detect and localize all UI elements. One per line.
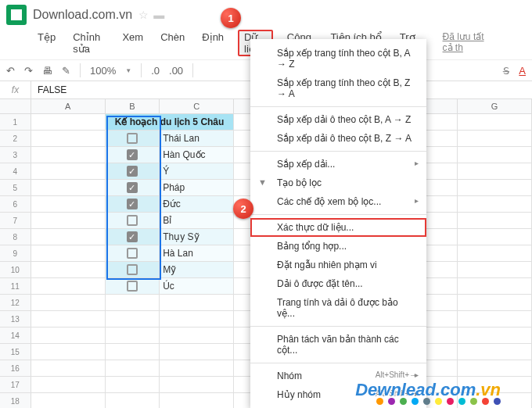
- label-cell[interactable]: Đức: [160, 196, 234, 212]
- cell[interactable]: [31, 131, 106, 146]
- cell[interactable]: [160, 327, 234, 343]
- cell[interactable]: [106, 311, 160, 327]
- label-cell[interactable]: Ý: [160, 163, 234, 179]
- text-color-icon[interactable]: A: [519, 65, 526, 77]
- cell[interactable]: [160, 377, 234, 392]
- cell[interactable]: [458, 311, 532, 327]
- col-header-A[interactable]: A: [31, 99, 106, 113]
- label-cell[interactable]: Pháp: [160, 180, 234, 195]
- label-cell[interactable]: Thụy Sỹ: [160, 229, 234, 245]
- menu-item-x-c-th-c-d-li-u-[interactable]: Xác thực dữ liệu...: [250, 218, 426, 237]
- cell[interactable]: [31, 295, 106, 310]
- print-icon[interactable]: 🖶: [42, 65, 52, 77]
- menu-item-s-p-x-p-d-i-[interactable]: Sắp xếp dải...: [250, 155, 426, 174]
- cell[interactable]: [160, 393, 234, 408]
- cell[interactable]: [458, 245, 532, 261]
- row-number[interactable]: 16: [0, 360, 31, 376]
- checkbox-cell[interactable]: ✓: [106, 229, 160, 245]
- checkbox-icon[interactable]: ✓: [127, 166, 138, 177]
- menu-định[interactable]: Định: [199, 30, 227, 56]
- cell[interactable]: [160, 311, 234, 327]
- menu-item-s-p-x-p-trang-t-nh-t[interactable]: Sắp xếp trang tính theo cột B, A → Z: [250, 44, 426, 73]
- menu-item-s-p-x-p-trang-t-nh-t[interactable]: Sắp xếp trang tính theo cột B, Z → A: [250, 73, 426, 103]
- cell[interactable]: [31, 114, 106, 130]
- cell[interactable]: [31, 229, 106, 245]
- row-number[interactable]: 5: [0, 180, 31, 195]
- folder-icon[interactable]: ▬: [153, 9, 164, 21]
- redo-icon[interactable]: ↷: [24, 65, 33, 77]
- menu-xem[interactable]: Xem: [119, 30, 146, 56]
- checkbox-cell[interactable]: [106, 213, 160, 228]
- label-cell[interactable]: Bỉ: [160, 213, 234, 228]
- cell[interactable]: [31, 163, 106, 179]
- label-cell[interactable]: Hà Lan: [160, 245, 234, 261]
- checkbox-icon[interactable]: [127, 133, 138, 144]
- cell[interactable]: [31, 393, 106, 408]
- cell[interactable]: [31, 196, 106, 212]
- cell[interactable]: [31, 311, 106, 327]
- cell[interactable]: [31, 278, 106, 294]
- menu-item--t-ng-u-nhi-n-ph-m-v[interactable]: Đặt ngẫu nhiên phạm vi: [250, 256, 426, 274]
- row-number[interactable]: 11: [0, 278, 31, 294]
- checkbox-icon[interactable]: ✓: [127, 231, 138, 242]
- row-number[interactable]: 12: [0, 295, 31, 310]
- checkbox-icon[interactable]: [127, 215, 138, 226]
- checkbox-cell[interactable]: ✓: [106, 196, 160, 212]
- menu-item-trang-t-nh-v-d-i-c-b[interactable]: Trang tính và dải ô được bảo vệ...: [250, 293, 426, 323]
- checkbox-cell[interactable]: [106, 245, 160, 261]
- fx-value[interactable]: FALSE: [31, 81, 73, 98]
- checkbox-icon[interactable]: ✓: [127, 182, 138, 193]
- checkbox-icon[interactable]: ✓: [127, 149, 138, 160]
- cell[interactable]: [458, 229, 532, 245]
- checkbox-icon[interactable]: [127, 248, 138, 259]
- checkbox-icon[interactable]: [127, 264, 138, 275]
- row-number[interactable]: 15: [0, 344, 31, 360]
- row-number[interactable]: 17: [0, 377, 31, 392]
- col-header-G[interactable]: G: [458, 99, 532, 113]
- label-cell[interactable]: Thái Lan: [160, 131, 234, 146]
- checkbox-icon[interactable]: ✓: [127, 199, 138, 209]
- menu-chỉnh-sửa[interactable]: Chỉnh sửa: [70, 30, 108, 56]
- cell[interactable]: [458, 360, 532, 376]
- checkbox-cell[interactable]: [106, 262, 160, 277]
- cell[interactable]: [106, 360, 160, 376]
- format-dec-icon[interactable]: .0: [151, 65, 160, 77]
- cell[interactable]: [458, 147, 532, 163]
- cell[interactable]: [31, 147, 106, 163]
- col-header-B[interactable]: B: [106, 99, 160, 113]
- row-number[interactable]: 3: [0, 147, 31, 163]
- cell[interactable]: [458, 163, 532, 179]
- row-number[interactable]: 6: [0, 196, 31, 212]
- title-cell[interactable]: Kế hoạch du lịch 5 Châu: [106, 114, 235, 130]
- cell[interactable]: [31, 245, 106, 261]
- zoom-select[interactable]: 100%: [90, 65, 116, 77]
- cell[interactable]: [31, 180, 106, 195]
- cell[interactable]: [458, 196, 532, 212]
- cell[interactable]: [160, 295, 234, 310]
- label-cell[interactable]: Hàn Quốc: [160, 147, 234, 163]
- menu-item-c-c-ch-xem-b-l-c-[interactable]: Các chế độ xem bộ lọc...: [250, 192, 426, 211]
- row-number[interactable]: 13: [0, 311, 31, 327]
- doc-title[interactable]: Download.com.vn: [33, 8, 132, 22]
- cell[interactable]: [106, 377, 160, 392]
- cell[interactable]: [106, 393, 160, 408]
- row-number[interactable]: 14: [0, 327, 31, 343]
- menu-tệp[interactable]: Tệp: [34, 30, 59, 56]
- cell[interactable]: [31, 360, 106, 376]
- checkbox-cell[interactable]: [106, 131, 160, 146]
- cell[interactable]: [458, 213, 532, 228]
- menu-item-ph-n-t-ch-v-n-b-n-th[interactable]: Phân tách văn bản thành các cột...: [250, 330, 426, 360]
- cell[interactable]: [458, 295, 532, 310]
- cell[interactable]: [160, 344, 234, 360]
- row-number[interactable]: 8: [0, 229, 31, 245]
- cell[interactable]: [31, 344, 106, 360]
- cell[interactable]: [458, 344, 532, 360]
- row-number[interactable]: 9: [0, 245, 31, 261]
- cell[interactable]: [106, 344, 160, 360]
- checkbox-icon[interactable]: [127, 281, 138, 292]
- menu-item-d-i-c-t-t-n-[interactable]: Dải ô được đặt tên...: [250, 274, 426, 293]
- row-number[interactable]: 4: [0, 163, 31, 179]
- paint-icon[interactable]: ✎: [62, 65, 70, 77]
- row-number[interactable]: 1: [0, 114, 31, 130]
- checkbox-cell[interactable]: ✓: [106, 163, 160, 179]
